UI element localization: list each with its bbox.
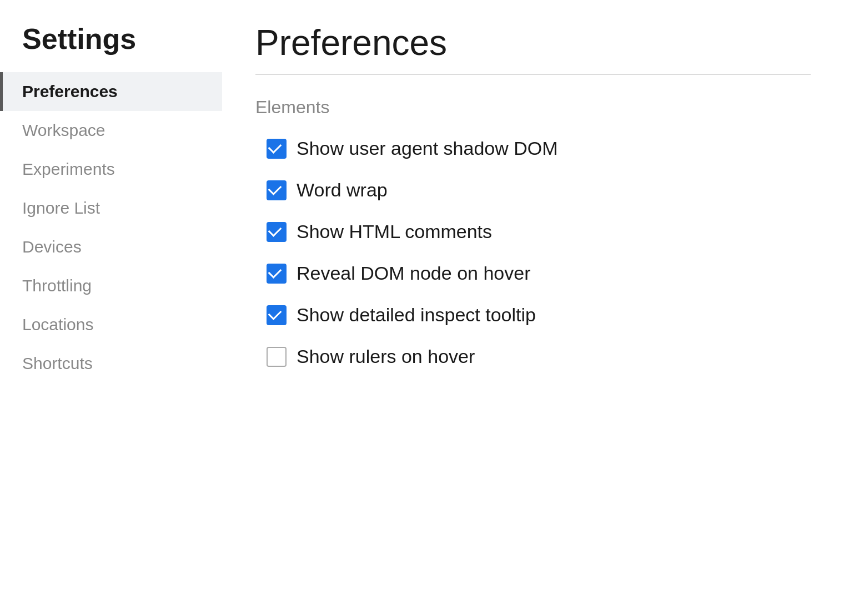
divider [255,74,811,75]
checkbox-item-show-html-comments: Show HTML comments [267,221,811,243]
sidebar-item-locations[interactable]: Locations [0,305,222,344]
checkbox-wrapper-show-detailed-inspect-tooltip [267,305,287,325]
sidebar-item-workspace[interactable]: Workspace [0,111,222,150]
sidebar-title: Settings [0,22,222,72]
checkbox-label-show-html-comments[interactable]: Show HTML comments [297,221,492,243]
sidebar-item-shortcuts[interactable]: Shortcuts [0,344,222,383]
checkbox-label-show-detailed-inspect-tooltip[interactable]: Show detailed inspect tooltip [297,304,536,326]
sidebar: Settings PreferencesWorkspaceExperiments… [0,0,222,616]
checkbox-show-html-comments[interactable] [267,222,287,242]
section-elements: ElementsShow user agent shadow DOMWord w… [255,97,811,367]
sidebar-item-preferences[interactable]: Preferences [0,72,222,111]
sidebar-item-experiments[interactable]: Experiments [0,150,222,189]
sections-container: ElementsShow user agent shadow DOMWord w… [255,97,811,367]
checkbox-label-show-user-agent-shadow-dom[interactable]: Show user agent shadow DOM [297,138,558,159]
checkbox-show-rulers-on-hover[interactable] [267,347,287,367]
checkbox-reveal-dom-node-on-hover[interactable] [267,264,287,284]
checkbox-item-show-user-agent-shadow-dom: Show user agent shadow DOM [267,138,811,159]
checkbox-label-word-wrap[interactable]: Word wrap [297,179,388,201]
section-title-elements: Elements [255,97,811,118]
sidebar-item-ignore-list[interactable]: Ignore List [0,189,222,228]
checkbox-item-reveal-dom-node-on-hover: Reveal DOM node on hover [267,262,811,284]
main-content: Preferences ElementsShow user agent shad… [222,0,844,616]
checkbox-wrapper-word-wrap [267,180,287,200]
checkbox-label-show-rulers-on-hover[interactable]: Show rulers on hover [297,346,475,367]
checkbox-item-show-rulers-on-hover: Show rulers on hover [267,346,811,367]
page-title: Preferences [255,22,811,63]
checkbox-show-user-agent-shadow-dom[interactable] [267,139,287,159]
checkbox-label-reveal-dom-node-on-hover[interactable]: Reveal DOM node on hover [297,262,530,284]
checkbox-word-wrap[interactable] [267,180,287,200]
sidebar-item-devices[interactable]: Devices [0,228,222,266]
checkbox-wrapper-show-user-agent-shadow-dom [267,139,287,159]
checkbox-item-show-detailed-inspect-tooltip: Show detailed inspect tooltip [267,304,811,326]
checkbox-wrapper-show-html-comments [267,222,287,242]
checkbox-list: Show user agent shadow DOMWord wrapShow … [255,138,811,367]
sidebar-nav: PreferencesWorkspaceExperimentsIgnore Li… [0,72,222,383]
checkbox-wrapper-show-rulers-on-hover [267,347,287,367]
checkbox-show-detailed-inspect-tooltip[interactable] [267,305,287,325]
checkbox-wrapper-reveal-dom-node-on-hover [267,264,287,284]
checkbox-item-word-wrap: Word wrap [267,179,811,201]
sidebar-item-throttling[interactable]: Throttling [0,266,222,305]
